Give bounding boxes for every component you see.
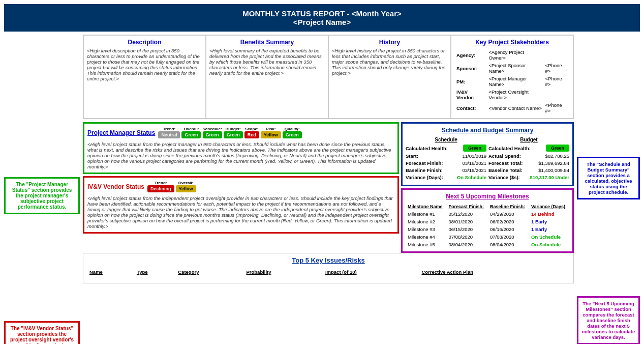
benefits-cell: Benefits Summary <High level summary of …	[206, 35, 328, 119]
col-name-header: Name	[87, 268, 134, 276]
history-text: <High level history of the project in 35…	[332, 48, 447, 76]
history-title: History	[332, 39, 447, 46]
milestone-variance: 14 Behind	[529, 210, 569, 218]
milestones-section: Next 5 Upcoming Milestones Milestone Nam…	[401, 188, 574, 253]
milestones-table: Milestone Name Forecast Finish: Baseline…	[406, 203, 569, 248]
sponsor-phone: <Phone #>	[544, 62, 569, 74]
start-row: Start: 11/01/2019	[406, 153, 486, 159]
forecast-total-value: $1,389,692.84	[538, 160, 569, 166]
benefits-title: Benefits Summary	[209, 39, 325, 46]
table-row: Contact: <Vendor Contact Name> <Phone #>	[455, 102, 569, 114]
history-cell: History <High level history of the proje…	[328, 35, 451, 119]
col-name: Milestone Name	[406, 203, 447, 210]
table-row: Milestone #5 08/04/2020 08/04/2020 On Sc…	[406, 241, 569, 248]
issue-impact	[323, 277, 419, 279]
milestone-baseline: 06/16/2020	[488, 225, 529, 233]
benefits-text: <High level summary of the expected bene…	[209, 48, 325, 76]
table-row: PM: <Project Manager Name> <Phone #>	[455, 75, 569, 88]
schedule-pill: Green	[203, 131, 222, 138]
baseline-finish-row: Baseline Finish: 03/16/2021	[406, 167, 486, 173]
overall-tag: Overall: Green	[181, 127, 201, 138]
milestones-title: Next 5 Upcoming Milestones	[406, 193, 569, 200]
schedule-budget-title: Schedule and Budget Summary	[406, 127, 569, 134]
budget-col: Budget Calculated Health: Green Actual S…	[488, 137, 569, 182]
table-row: Milestone #4 07/08/2020 07/08/2020 On Sc…	[406, 233, 569, 241]
pm-status-tags: Trend: Neutral Overall: Green Schedule: …	[158, 127, 301, 138]
content-wrapper: The "Project Manager Status" section pro…	[4, 35, 640, 344]
annotation-schedule: The "Schedule and Budget Summary" sectio…	[577, 157, 640, 199]
annotation-milestones: The "Next 5 Upcoming Milestones" section…	[577, 296, 640, 344]
col-probability-header: Probability	[244, 268, 322, 276]
ivv-trend-pill: Declining	[147, 185, 174, 192]
right-panels: Schedule and Budget Summary Schedule Cal…	[401, 122, 574, 253]
issue-category	[176, 277, 243, 279]
table-row	[87, 277, 569, 279]
right-annotations: The "Schedule and Budget Summary" sectio…	[574, 35, 640, 344]
schedule-tag: Schedule: Green	[202, 127, 222, 138]
schedule-col: Schedule Calculated Health: Green Start:…	[406, 137, 486, 182]
stakeholders-cell: Key Project Stakeholders Agency: <Agency…	[451, 35, 573, 119]
agency-value: <Agency Project Owner>	[487, 49, 543, 61]
sponsor-label: Sponsor:	[455, 62, 486, 74]
header-banner: MONTHLY STATUS REPORT - <Month Year> <Pr…	[4, 4, 640, 32]
schedule-health-pill: Green	[463, 145, 486, 152]
milestone-forecast: 06/15/2020	[447, 225, 488, 233]
milestone-name: Milestone #4	[406, 233, 447, 241]
milestone-name: Milestone #3	[406, 225, 447, 233]
contact-label: Contact:	[455, 102, 486, 114]
issue-name	[87, 277, 134, 279]
baseline-finish-value: 03/16/2021	[462, 167, 486, 173]
issue-action	[419, 277, 569, 279]
pm-label: PM:	[455, 75, 486, 88]
table-row: IV&V Vendor: <Project Oversight Vendor>	[455, 89, 569, 101]
header-line1: MONTHLY STATUS REPORT - <Month Year>	[8, 9, 636, 18]
bottom-section: Top 5 Key Issues/Risks Name Type Categor…	[83, 253, 574, 283]
annotation-ivv: The "IV&V Vendor Status" section provide…	[4, 321, 80, 344]
description-cell: Description <High level description of t…	[83, 35, 206, 119]
pm-status-section: Project Manager Status Trend: Neutral Ov…	[83, 122, 399, 174]
table-row: Milestone #3 06/15/2020 06/16/2020 1 Ear…	[406, 225, 569, 233]
header-line2: <Project Name>	[8, 18, 636, 26]
table-row: Agency: <Agency Project Owner>	[455, 49, 569, 61]
table-row: Sponsor: <Project Sponsor Name> <Phone #…	[455, 62, 569, 74]
milestone-baseline: 04/29/2020	[488, 210, 529, 218]
budget-health-row: Calculated Health: Green	[488, 145, 569, 152]
scope-tag: Scope: Red	[244, 127, 259, 138]
ivv-overall-tag: Overall: Yellow	[176, 181, 196, 192]
issue-probability	[244, 277, 322, 279]
milestone-variance: On Schedule	[529, 241, 569, 248]
ivv-header: IV&V Vendor Status Trend: Declining Over…	[87, 181, 394, 192]
scope-pill: Red	[244, 131, 259, 138]
ivv-value: <Project Oversight Vendor>	[487, 89, 543, 101]
milestone-baseline: 08/04/2020	[488, 241, 529, 248]
variance-days-value: On Schedule	[457, 175, 486, 180]
pm-ivv-column: Project Manager Status Trend: Neutral Ov…	[83, 122, 401, 253]
milestone-baseline: 06/02/2020	[488, 218, 529, 225]
quality-tag: Quality: Green	[283, 127, 302, 138]
baseline-total-value: $1,400,009.84	[538, 167, 569, 173]
ivv-status-tags: Trend: Declining Overall: Yellow	[147, 181, 196, 192]
milestone-variance: On Schedule	[529, 233, 569, 241]
page: MONTHLY STATUS REPORT - <Month Year> <Pr…	[0, 0, 644, 344]
budget-col-title: Budget	[488, 137, 569, 142]
risk-pill: Yellow	[261, 131, 281, 138]
contact-phone: <Phone #>	[544, 102, 569, 114]
description-text: <High level description of the project i…	[87, 48, 202, 81]
forecast-finish-value: 03/16/2021	[462, 160, 486, 166]
col-action-header: Corrective Action Plan	[419, 268, 569, 276]
main-content: Description <High level description of t…	[83, 35, 574, 344]
ivv-label: IV&V Vendor:	[455, 89, 486, 101]
schedule-col-title: Schedule	[406, 137, 486, 142]
risk-tag: Risk: Yellow	[261, 127, 281, 138]
pm-phone: <Phone #>	[544, 75, 569, 88]
contact-value: <Vendor Contact Name>	[487, 102, 543, 114]
ivv-trend-tag: Trend: Declining	[147, 181, 174, 192]
table-row: Milestone #2 08/01/2020 06/02/2020 1 Ear…	[406, 218, 569, 225]
schedule-budget-section: Schedule and Budget Summary Schedule Cal…	[401, 122, 574, 186]
pm-header: Project Manager Status Trend: Neutral Ov…	[87, 127, 394, 138]
actual-spend-value: $82,780.25	[545, 153, 569, 159]
stakeholders-table: Agency: <Agency Project Owner> Sponsor: …	[454, 48, 570, 115]
actual-spend-row: Actual Spend: $82,780.25	[488, 153, 569, 159]
overall-pill: Green	[181, 131, 201, 138]
left-annotations: The "Project Manager Status" section pro…	[4, 35, 83, 344]
